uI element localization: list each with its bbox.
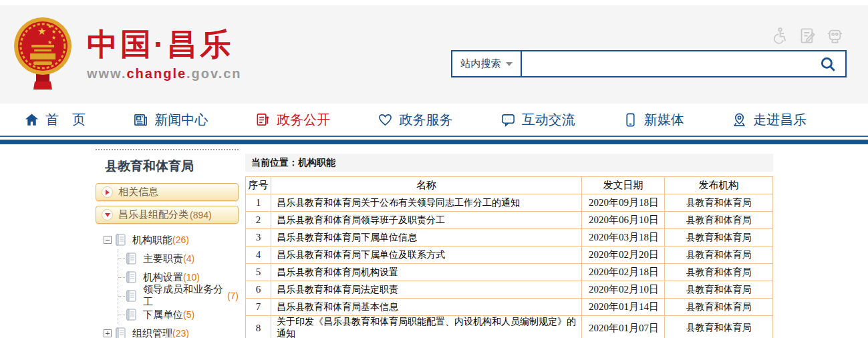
edit-icon[interactable] bbox=[799, 27, 817, 45]
content-area: 县教育和体育局 相关信息 昌乐县组配分类 (894) 机构职能 (26) bbox=[0, 144, 868, 338]
publish-date: 2020年01月07日 bbox=[582, 316, 665, 338]
national-emblem-icon: ★ ★ ★ ★ ★ bbox=[13, 16, 72, 92]
document-icon bbox=[116, 327, 126, 338]
document-link[interactable]: 关于印发《昌乐县教育和体育局职能配置、内设机构和人员编制规定》的通知 bbox=[271, 316, 582, 338]
sidebar-title: 县教育和体育局 bbox=[96, 150, 239, 180]
category-tree: 机构职能 (26) 主要职责 (4) 机构设置 (10) 领导成员和业务分工 ( bbox=[96, 224, 239, 338]
nav-item-news-center[interactable]: 新闻中心 bbox=[133, 111, 208, 129]
site-url: www.changle.gov.cn bbox=[87, 66, 242, 81]
nav-item-interaction[interactable]: 互动交流 bbox=[500, 111, 575, 129]
tree-label: 组织管理 bbox=[132, 327, 172, 338]
tree-count: (23) bbox=[172, 328, 189, 338]
row-number: 4 bbox=[246, 246, 271, 264]
document-link[interactable]: 昌乐县教育和体育局下属单位信息 bbox=[271, 229, 582, 246]
table-row: 1 昌乐县教育和体育局关于公布有关领导同志工作分工的通知 2020年09月18日… bbox=[246, 194, 773, 212]
url-suffix: .gov.cn bbox=[186, 66, 242, 81]
nav-label: 政务公开 bbox=[277, 111, 330, 129]
button-count: (894) bbox=[190, 210, 212, 220]
document-link[interactable]: 昌乐县教育和体育局基本信息 bbox=[271, 299, 582, 316]
table-row: 7 昌乐县教育和体育局基本信息 2020年01月14日 县教育和体育局 bbox=[246, 299, 773, 316]
col-header-name: 名称 bbox=[271, 177, 582, 194]
document-icon bbox=[126, 271, 137, 283]
tree-item-lingdaofengong[interactable]: 领导成员和业务分工 (7) bbox=[118, 287, 239, 305]
document-link[interactable]: 昌乐县教育和体育局领导班子及职责分工 bbox=[271, 212, 582, 229]
search-scope-dropdown[interactable]: 站内搜索 bbox=[452, 51, 522, 76]
tree-label: 下属单位 bbox=[143, 309, 183, 321]
publish-org: 县教育和体育局 bbox=[665, 316, 773, 338]
expand-icon[interactable] bbox=[104, 329, 112, 337]
search-scope-label: 站内搜索 bbox=[461, 57, 501, 70]
url-domain: changle bbox=[126, 66, 186, 81]
document-link[interactable]: 昌乐县教育和体育局下属单位及联系方式 bbox=[271, 246, 582, 264]
search-input[interactable] bbox=[522, 51, 811, 76]
tree-label: 机构设置 bbox=[143, 271, 183, 284]
tree-children: 主要职责 (4) 机构设置 (10) 领导成员和业务分工 (7) 下属单位 (5… bbox=[118, 249, 239, 324]
chat-icon bbox=[500, 112, 516, 128]
tree-item-jigouzhineng[interactable]: 机构职能 (26) bbox=[104, 230, 239, 249]
table-row: 2 昌乐县教育和体育局领导班子及职责分工 2020年06月10日 县教育和体育局 bbox=[246, 212, 773, 229]
sidebar: 县教育和体育局 相关信息 昌乐县组配分类 (894) 机构职能 (26) bbox=[96, 149, 239, 338]
table-row: 6 昌乐县教育和体育局法定职责 2020年02月10日 县教育和体育局 bbox=[246, 281, 773, 299]
search-icon bbox=[819, 55, 837, 73]
tree-item-zhuyaozhize[interactable]: 主要职责 (4) bbox=[118, 249, 239, 268]
nav-label: 走进昌乐 bbox=[753, 111, 807, 129]
main-panel: 当前位置：机构职能 序号 名称 发文日期 发布机构 1 昌乐县教育和体育局关于公… bbox=[245, 149, 773, 338]
svg-text:★: ★ bbox=[51, 29, 56, 35]
home-icon bbox=[24, 112, 39, 128]
publish-date: 2020年09月18日 bbox=[582, 194, 665, 212]
document-link[interactable]: 昌乐县教育和体育局关于公布有关领导同志工作分工的通知 bbox=[271, 194, 582, 212]
tree-item-xiashudanwei[interactable]: 下属单位 (5) bbox=[118, 305, 239, 324]
nav-label: 首 页 bbox=[45, 111, 86, 129]
robot-icon[interactable] bbox=[826, 27, 844, 45]
publish-date: 2020年02月10日 bbox=[582, 281, 665, 299]
table-row: 3 昌乐县教育和体育局下属单位信息 2020年03月18日 县教育和体育局 bbox=[246, 229, 773, 246]
table-row: 8 关于印发《昌乐县教育和体育局职能配置、内设机构和人员编制规定》的通知 202… bbox=[246, 316, 773, 338]
publish-org: 县教育和体育局 bbox=[665, 281, 773, 299]
accessibility-icon[interactable] bbox=[771, 27, 789, 45]
col-header-no: 序号 bbox=[246, 177, 271, 194]
nav-item-visit-changle[interactable]: 走进昌乐 bbox=[732, 111, 807, 129]
site-logo[interactable]: ★ ★ ★ ★ ★ 中国·昌乐 www.changle.gov.cn bbox=[13, 16, 242, 92]
news-icon bbox=[133, 112, 148, 128]
row-number: 7 bbox=[246, 299, 271, 316]
col-header-org: 发布机构 bbox=[665, 177, 773, 194]
search-button[interactable] bbox=[811, 51, 845, 76]
related-info-button[interactable]: 相关信息 bbox=[96, 183, 239, 201]
nav-item-new-media[interactable]: 新媒体 bbox=[623, 111, 684, 129]
publish-date: 2020年02月20日 bbox=[582, 246, 665, 264]
phone-icon bbox=[623, 112, 638, 128]
publish-org: 县教育和体育局 bbox=[665, 299, 773, 316]
document-link[interactable]: 昌乐县教育和体育局机构设置 bbox=[271, 264, 582, 281]
row-number: 6 bbox=[246, 281, 271, 299]
publish-org: 县教育和体育局 bbox=[665, 246, 773, 264]
nav-label: 互动交流 bbox=[522, 111, 575, 129]
map-pin-icon bbox=[732, 112, 747, 128]
publish-date: 2020年03月18日 bbox=[582, 229, 665, 246]
tree-count: (26) bbox=[172, 234, 189, 245]
publish-org: 县教育和体育局 bbox=[665, 212, 773, 229]
category-group-button[interactable]: 昌乐县组配分类 (894) bbox=[96, 206, 239, 224]
arrow-right-circle-icon bbox=[102, 186, 113, 198]
search-bar: 站内搜索 bbox=[451, 50, 847, 77]
row-number: 3 bbox=[246, 229, 271, 246]
utility-icon-bar bbox=[771, 27, 844, 45]
nav-divider-bar bbox=[0, 140, 868, 144]
publish-org: 县教育和体育局 bbox=[665, 229, 773, 246]
nav-item-gov-open[interactable]: 政务公开 bbox=[255, 111, 330, 129]
document-icon bbox=[126, 252, 137, 265]
tree-item-zuzhiguanli[interactable]: 组织管理 (23) bbox=[104, 324, 239, 338]
gov-open-icon bbox=[255, 112, 271, 128]
nav-item-home[interactable]: 首 页 bbox=[24, 111, 86, 129]
nav-label: 政务服务 bbox=[399, 111, 452, 129]
row-number: 2 bbox=[246, 212, 271, 229]
publish-org: 县教育和体育局 bbox=[665, 194, 773, 212]
tree-count: (7) bbox=[227, 291, 239, 301]
svg-text:★: ★ bbox=[47, 39, 52, 45]
tree-count: (4) bbox=[183, 253, 194, 264]
document-icon bbox=[126, 290, 137, 302]
url-www: www. bbox=[87, 66, 126, 81]
collapse-icon[interactable] bbox=[104, 236, 112, 244]
nav-item-gov-service[interactable]: 政务服务 bbox=[378, 111, 452, 129]
document-link[interactable]: 昌乐县教育和体育局法定职责 bbox=[271, 281, 582, 299]
tree-count: (10) bbox=[183, 272, 200, 283]
